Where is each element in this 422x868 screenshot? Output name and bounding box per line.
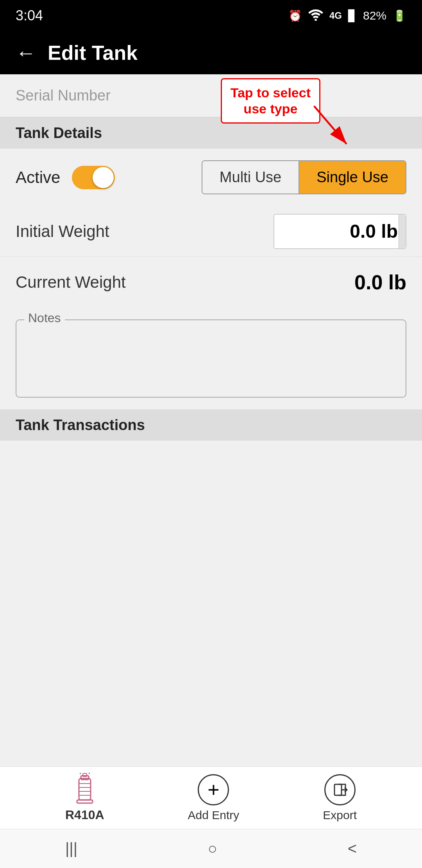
tank-details-header: Tank Details: [0, 117, 422, 149]
current-weight-label: Current Weight: [16, 273, 126, 292]
tank-details-label: Tank Details: [16, 125, 102, 142]
svg-rect-13: [334, 784, 342, 795]
initial-weight-label: Initial Weight: [16, 222, 109, 241]
tank-icon: [71, 773, 98, 806]
tank-icon-container: [69, 773, 100, 805]
initial-weight-row: Initial Weight 0.0 lb: [0, 206, 422, 257]
tooltip-bubble: Tap to select use type: [221, 78, 320, 124]
add-entry-icon: +: [198, 774, 229, 805]
transactions-empty-area: [0, 441, 422, 660]
serial-number-row: Serial Number Tap to select use type: [0, 74, 422, 117]
content-area: Serial Number Tap to select use type Tan…: [0, 74, 422, 660]
back-button[interactable]: ←: [16, 41, 36, 65]
active-container: Active: [16, 166, 115, 189]
svg-rect-10: [77, 800, 93, 803]
tooltip-line1: Tap to select: [231, 85, 311, 101]
use-type-selector: Multi Use Single Use: [202, 160, 406, 194]
tank-details-row: Active Multi Use Single Use: [0, 149, 422, 206]
export-svg: [331, 781, 349, 798]
notes-container[interactable]: Notes: [16, 319, 406, 398]
export-icon: [324, 774, 356, 805]
tank-transactions-header: Tank Transactions: [0, 409, 422, 441]
add-entry-item[interactable]: + Add Entry: [188, 774, 240, 822]
svg-line-2: [314, 106, 347, 144]
status-bar: 3:04 ⏰ 4G ▊ 82% 🔋: [0, 0, 422, 31]
battery-percent: 82%: [363, 9, 386, 22]
4g-icon: 4G: [329, 10, 342, 21]
multi-use-button[interactable]: Multi Use: [202, 161, 299, 194]
tooltip-line2: use type: [231, 101, 311, 117]
active-toggle[interactable]: [72, 166, 115, 189]
signal-icon: ▊: [348, 9, 357, 22]
page-title: Edit Tank: [48, 41, 138, 65]
nav-bar: ← Edit Tank: [0, 31, 422, 74]
current-weight-value: 0.0 lb: [354, 271, 406, 294]
svg-rect-3: [79, 778, 91, 800]
export-item[interactable]: Export: [323, 774, 357, 822]
status-time: 3:04: [16, 7, 43, 24]
wifi-icon: [308, 8, 323, 23]
svg-point-0: [315, 19, 317, 21]
export-label: Export: [323, 809, 357, 822]
bottom-action-bar: R410A + Add Entry Export: [0, 766, 422, 829]
active-label: Active: [16, 168, 60, 187]
tank-label: R410A: [65, 808, 104, 822]
initial-weight-value: 0.0 lb: [350, 221, 398, 242]
tank-transactions-label: Tank Transactions: [16, 417, 145, 434]
menu-nav-button[interactable]: |||: [65, 840, 77, 857]
tooltip-arrow: [309, 102, 356, 149]
add-entry-label: Add Entry: [188, 809, 240, 822]
initial-weight-input[interactable]: 0.0 lb: [274, 214, 406, 249]
status-icons: ⏰ 4G ▊ 82% 🔋: [288, 8, 406, 23]
bottom-nav: ||| ○ <: [0, 829, 422, 868]
home-nav-button[interactable]: ○: [208, 840, 217, 857]
serial-number-label: Serial Number: [16, 87, 111, 104]
battery-icon: 🔋: [393, 9, 406, 22]
single-use-button[interactable]: Single Use: [299, 161, 406, 194]
toggle-thumb: [93, 167, 114, 188]
alarm-icon: ⏰: [288, 9, 302, 22]
weight-scrollbar: [399, 215, 406, 248]
back-nav-button[interactable]: <: [348, 840, 357, 857]
tank-item[interactable]: R410A: [65, 773, 104, 822]
notes-label: Notes: [24, 311, 65, 325]
current-weight-row: Current Weight 0.0 lb: [0, 257, 422, 308]
